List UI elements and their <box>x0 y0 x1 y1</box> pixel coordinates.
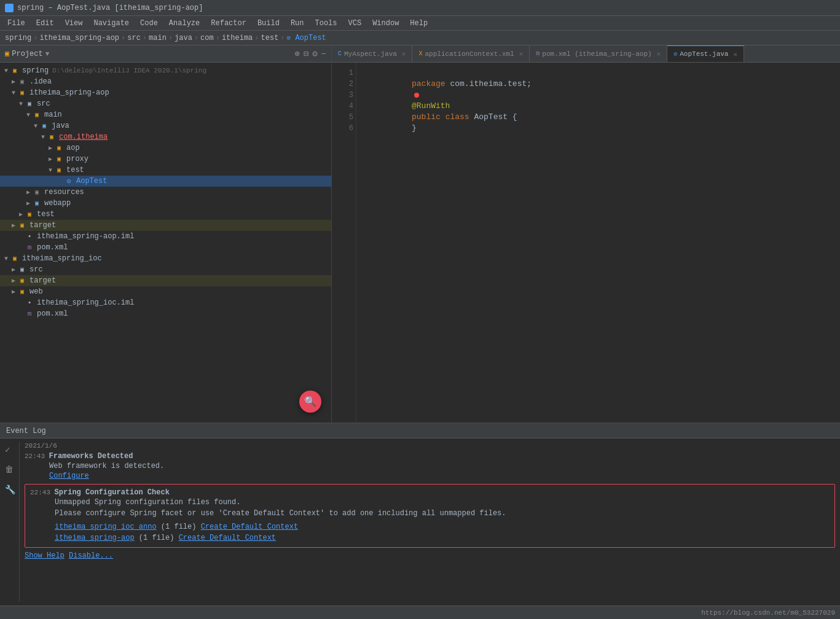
menu-analyze[interactable]: Analyze <box>164 18 205 29</box>
disable-link[interactable]: Disable... <box>69 551 113 560</box>
code-editor[interactable]: package com.itheima.test; @RunWith publi… <box>356 63 840 422</box>
breadcrumb-java[interactable]: java <box>175 34 192 42</box>
tree-item-ioc-pom[interactable]: m pom.xml <box>0 308 331 319</box>
ioc-aop-link[interactable]: itheima_spring-aop <box>55 534 135 542</box>
folder-icon: ▣ <box>54 155 64 163</box>
tab-close-pom[interactable]: ✕ <box>657 50 661 58</box>
line-numbers: 1 2 3 4 5 6 <box>332 63 356 422</box>
title-bar: spring – AopTest.java [itheima_spring-ao… <box>0 0 840 16</box>
settings-icon[interactable]: ⚙ <box>312 49 317 59</box>
webapp-folder-icon: ▣ <box>32 199 42 208</box>
minimize-icon[interactable]: − <box>321 49 326 59</box>
bottom-status-bar: https://blog.csdn.net/m0_53227029 <box>0 605 840 619</box>
java-tab-icon: C <box>338 50 342 57</box>
event-log-footer-links: Show Help Disable... <box>25 550 835 561</box>
folder-icon: ▣ <box>17 276 27 285</box>
tree-item-aop-module[interactable]: ▼ ▣ itheima_spring-aop <box>0 87 331 98</box>
pom-icon: m <box>25 243 34 252</box>
tree-item-aoptest[interactable]: ⊙ AopTest <box>0 176 331 187</box>
tree-item-iml[interactable]: ▪ itheima_spring-aop.iml <box>0 231 331 242</box>
event-log-entries: 2021/1/6 22:43 Frameworks Detected Web f… <box>25 442 835 602</box>
event-log-sidebar: ✓ 🗑 🔧 <box>5 442 20 602</box>
menu-code[interactable]: Code <box>135 18 163 29</box>
tree-item-src[interactable]: ▼ ▣ src <box>0 98 331 109</box>
sidebar-title: ▣ Project ▼ <box>5 49 49 58</box>
breadcrumb-com[interactable]: com <box>200 34 214 42</box>
active-tab-icon: ⊙ <box>673 50 677 58</box>
menu-help[interactable]: Help <box>405 18 433 29</box>
collapse-icon[interactable]: ⊟ <box>304 49 308 59</box>
create-default-context-link2[interactable]: Create Default Context <box>179 534 276 542</box>
url-display: https://blog.csdn.net/m0_53227029 <box>701 609 835 617</box>
check-icon[interactable]: ✓ <box>5 445 19 455</box>
tree-item-com-itheima[interactable]: ▼ ▣ com.itheima <box>0 131 331 142</box>
tab-close-myaspect[interactable]: ✕ <box>402 50 406 58</box>
tree-item-ioc-web[interactable]: ▶ ▣ web <box>0 286 331 297</box>
search-fab[interactable]: 🔍 <box>299 391 321 413</box>
breadcrumb-src[interactable]: src <box>127 34 141 42</box>
sidebar-header: ▣ Project ▼ ⊕ ⊟ ⚙ − <box>0 45 331 63</box>
breadcrumb-test[interactable]: test <box>261 34 279 42</box>
code-line-1: package com.itheima.test; <box>364 68 833 79</box>
folder-icon: ▣ <box>54 144 64 152</box>
tab-aoptest[interactable]: ⊙ AopTest.java ✕ <box>667 45 744 63</box>
folder-icon: ▣ <box>17 88 27 97</box>
folder-icon: ▣ <box>17 287 27 296</box>
tab-close-aoptest[interactable]: ✕ <box>733 50 737 58</box>
trash-icon[interactable]: 🗑 <box>5 465 19 475</box>
sidebar-tools: ⊕ ⊟ ⚙ − <box>294 49 326 59</box>
menu-edit[interactable]: Edit <box>31 18 59 29</box>
tree-item-aop[interactable]: ▶ ▣ aop <box>0 142 331 154</box>
tree-item-ioc-target[interactable]: ▶ ▣ target <box>0 275 331 286</box>
menu-navigate[interactable]: Navigate <box>88 18 134 29</box>
iml-icon2: ▪ <box>25 298 34 307</box>
breadcrumb: spring › itheima_spring-aop › src › main… <box>0 31 840 45</box>
breadcrumb-itheima[interactable]: itheima <box>222 34 253 42</box>
breadcrumb-module[interactable]: itheima_spring-aop <box>39 34 119 42</box>
tree-item-target[interactable]: ▶ ▣ target <box>0 220 331 231</box>
tree-item-ioc-iml[interactable]: ▪ itheima_spring_ioc.iml <box>0 297 331 308</box>
xml-tab-icon: X <box>418 50 422 57</box>
tree-item-idea[interactable]: ▶ ▣ .idea <box>0 76 331 87</box>
tree-item-main[interactable]: ▼ ▣ main <box>0 109 331 120</box>
log-entry-frameworks: 22:43 Frameworks Detected Web framework … <box>25 452 835 480</box>
tab-myaspect[interactable]: C MyAspect.java ✕ <box>332 45 412 63</box>
tab-pom[interactable]: m pom.xml (itheima_sring-aop) ✕ <box>530 45 667 63</box>
folder-icon: ▣ <box>10 254 20 263</box>
tree-item-test2[interactable]: ▶ ▣ test <box>0 209 331 220</box>
folder-icon: ▣ <box>17 221 27 230</box>
menu-tools[interactable]: Tools <box>310 18 342 29</box>
breadcrumb-main[interactable]: main <box>149 34 167 42</box>
tree-item-proxy[interactable]: ▶ ▣ proxy <box>0 154 331 165</box>
breadcrumb-active[interactable]: ⊙ AopTest <box>287 34 326 42</box>
menu-file[interactable]: File <box>2 18 30 29</box>
app-icon <box>5 4 14 12</box>
search-icon: 🔍 <box>304 395 316 408</box>
event-log-header: Event Log <box>0 424 840 438</box>
configure-link[interactable]: Configure <box>49 472 89 480</box>
tree-item-ioc-module[interactable]: ▼ ▣ itheima_spring_ioc <box>0 253 331 264</box>
tree-item-resources[interactable]: ▶ ▣ resources <box>0 187 331 198</box>
tree-item-ioc-src[interactable]: ▶ ▣ src <box>0 264 331 275</box>
java-class-icon: ⊙ <box>64 177 74 185</box>
tree-item-webapp[interactable]: ▶ ▣ webapp <box>0 198 331 209</box>
wrench-icon[interactable]: 🔧 <box>5 485 19 495</box>
tree-item-pom[interactable]: m pom.xml <box>0 242 331 253</box>
create-default-context-link1[interactable]: Create Default Context <box>201 523 298 531</box>
tab-appcontext[interactable]: X applicationContext.xml ✕ <box>412 45 530 63</box>
ioc-anno-link[interactable]: itheima_spring_ioc_anno <box>55 523 157 531</box>
tab-close-appcontext[interactable]: ✕ <box>519 50 524 58</box>
menu-run[interactable]: Run <box>286 18 309 29</box>
tree-item-java[interactable]: ▼ ▣ java <box>0 120 331 131</box>
menu-vcs[interactable]: VCS <box>343 18 367 29</box>
menu-build[interactable]: Build <box>253 18 285 29</box>
menu-window[interactable]: Window <box>367 18 404 29</box>
show-help-link[interactable]: Show Help <box>25 551 65 560</box>
menu-refactor[interactable]: Refactor <box>206 18 251 29</box>
editor-area: C MyAspect.java ✕ X applicationContext.x… <box>332 45 840 422</box>
tree-item-test-folder[interactable]: ▼ ▣ test <box>0 165 331 176</box>
tree-item-spring[interactable]: ▼ ▣ spring D:\delelop\IntelliJ IDEA 2020… <box>0 65 331 76</box>
locate-icon[interactable]: ⊕ <box>294 49 299 59</box>
menu-view[interactable]: View <box>60 18 88 29</box>
breadcrumb-spring[interactable]: spring <box>5 34 31 42</box>
